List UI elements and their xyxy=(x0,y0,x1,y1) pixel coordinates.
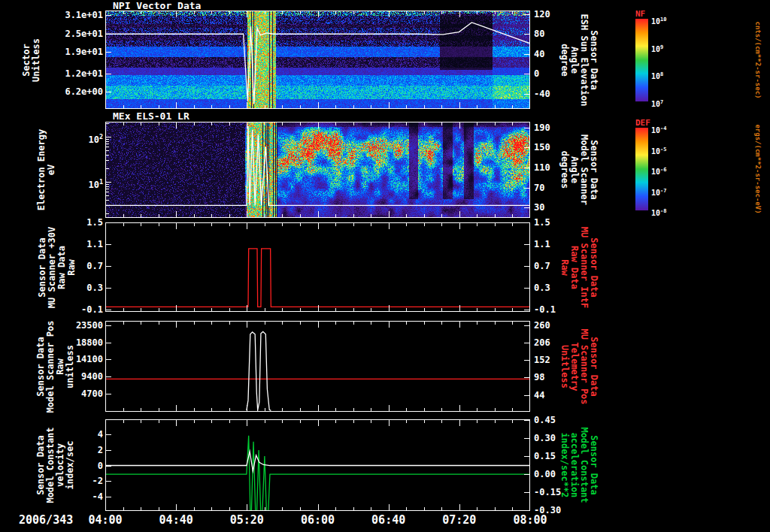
model-constant-right-tick: 0.15 xyxy=(534,451,556,461)
npi-spectrogram-right-tick: 0 xyxy=(534,68,539,79)
els-spectrogram-right-tick: 150 xyxy=(534,142,550,153)
model-constant-right-tick: -0.15 xyxy=(534,487,561,497)
els-spectrogram-left-axis-label: Electron EnergyeV xyxy=(37,129,56,210)
scanner-pos xyxy=(105,321,530,412)
els-spectrogram-colorbar-unit: ergs/(cm**2-sr-sec-eV) xyxy=(754,124,762,213)
scanner-pos-right-tick: 152 xyxy=(534,355,550,365)
els-spectrogram-right-tick: 30 xyxy=(534,202,544,213)
npi-spectrogram-colorbar xyxy=(635,19,648,101)
model-constant-right-tick: 0.30 xyxy=(534,433,556,443)
panel2-title: MEx ELS-01 LR xyxy=(113,111,189,122)
els-spectrogram-colorbar xyxy=(635,128,648,210)
aspera-quicklook-plot: NPI Vector Data MEx ELS-01 LR 2006/343 3… xyxy=(0,0,770,532)
npi-spectrogram-right-tick: -40 xyxy=(534,89,550,99)
scanner-pos-right-tick: 98 xyxy=(534,372,544,382)
x-tick-label: 06:00 xyxy=(293,515,344,525)
mu-scanner-30v-right-tick: 0.7 xyxy=(534,261,550,271)
model-constant-right-tick: 0.45 xyxy=(534,415,556,425)
model-constant-right-axis-label: Sensor DataModel Constantaccelerationind… xyxy=(559,427,599,503)
npi-spectrogram-colorbar-title: NF xyxy=(635,9,645,20)
npi-spectrogram-right-tick: 80 xyxy=(534,29,544,39)
x-tick-label: 04:00 xyxy=(80,515,131,525)
x-tick-label: 07:20 xyxy=(434,515,485,525)
els-spectrogram-colorbar-tick: 10-6 xyxy=(651,165,666,177)
mu-scanner-30v-right-tick: -0.1 xyxy=(534,304,556,315)
els-spectrogram-right-axis-label: Sensor DataModel ScannerAngledegrees xyxy=(559,135,599,205)
npi-spectrogram xyxy=(105,11,530,109)
scanner-pos-right-tick: 44 xyxy=(534,390,544,401)
els-spectrogram-colorbar-tick: 10-4 xyxy=(651,123,666,136)
npi-spectrogram-right-axis-label: Sensor DataESH Sun ElevationAngledegree xyxy=(559,14,599,106)
els-spectrogram-right-tick: 190 xyxy=(534,122,550,133)
scanner-pos-right-tick: 206 xyxy=(534,337,550,348)
model-constant-right-tick: 0.00 xyxy=(534,469,556,479)
x-tick-label: 08:00 xyxy=(505,515,556,525)
npi-spectrogram-right-tick: 40 xyxy=(534,49,544,59)
panel1-title: NPI Vector Data xyxy=(113,1,201,11)
scanner-pos-left-axis-label: Sensor DataModel Scanner PosRawunitless xyxy=(36,320,75,413)
els-spectrogram-right-tick: 70 xyxy=(534,183,544,193)
els-spectrogram-colorbar-title: DEF xyxy=(635,118,650,128)
els-spectrogram-left-tick: 102 xyxy=(58,131,103,145)
npi-spectrogram-colorbar-tick: 109 xyxy=(651,42,663,55)
npi-spectrogram-left-tick: 3.1e+01 xyxy=(58,10,103,20)
npi-spectrogram-left-tick: 2.5e+01 xyxy=(58,29,103,39)
npi-spectrogram-left-axis-label: SectorUnitless xyxy=(22,38,41,82)
els-spectrogram-colorbar-tick: 10-5 xyxy=(651,144,666,157)
model-constant xyxy=(105,419,530,511)
els-spectrogram xyxy=(105,122,530,218)
model-constant-left-axis-label: Sensor DataModel Constantvelocityindex/s… xyxy=(36,427,75,503)
x-tick-label: 05:20 xyxy=(221,515,272,525)
scanner-pos-right-axis-label: Sensor DataMU Scanner PosTelemetryUnitle… xyxy=(559,328,599,404)
mu-scanner-30v-left-axis-label: Sensor DataMU Scanner +30VRaw DataRaw xyxy=(38,226,77,307)
els-spectrogram-left-tick: 101 xyxy=(58,177,103,190)
npi-spectrogram-colorbar-unit: cnts/(cm**2-sr-sec) xyxy=(754,22,762,99)
npi-spectrogram-left-tick: 6.2e+00 xyxy=(58,86,103,97)
scanner-pos-right-tick: 260 xyxy=(534,320,550,331)
date-label: 2006/343 xyxy=(19,515,73,525)
x-tick-label: 06:40 xyxy=(363,515,414,525)
npi-spectrogram-colorbar-tick: 1010 xyxy=(651,14,666,27)
npi-spectrogram-colorbar-tick: 108 xyxy=(651,69,663,82)
mu-scanner-30v xyxy=(105,222,530,312)
els-spectrogram-colorbar-tick: 10-8 xyxy=(651,206,666,219)
els-spectrogram-colorbar-tick: 10-7 xyxy=(651,186,666,198)
mu-scanner-30v-right-axis-label: Sensor DataMU Scanner IntFRaw DataRaw xyxy=(559,226,599,307)
mu-scanner-30v-right-tick: 1.5 xyxy=(534,217,550,228)
npi-spectrogram-colorbar-tick: 107 xyxy=(651,97,663,110)
npi-spectrogram-left-tick: 1.2e+01 xyxy=(58,68,103,79)
els-spectrogram-right-tick: 110 xyxy=(534,162,550,173)
npi-spectrogram-left-tick: 1.9e+01 xyxy=(58,47,103,57)
x-tick-label: 04:40 xyxy=(150,515,202,525)
npi-spectrogram-right-tick: 120 xyxy=(534,9,550,20)
mu-scanner-30v-right-tick: 0.3 xyxy=(534,283,550,293)
mu-scanner-30v-right-tick: 1.1 xyxy=(534,239,550,249)
